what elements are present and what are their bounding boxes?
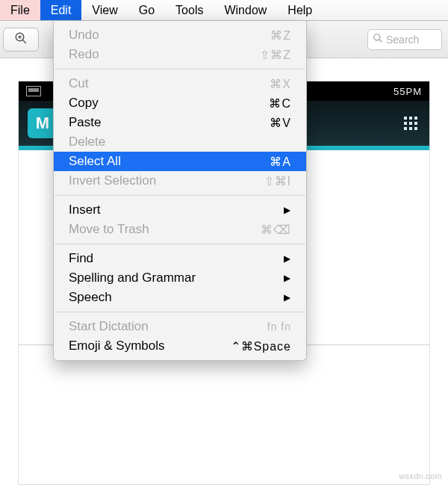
menu-item-label: Spelling and Grammar bbox=[69, 271, 196, 285]
menu-spelling-grammar[interactable]: Spelling and Grammar ▶ bbox=[54, 268, 306, 288]
menu-item-label: Move to Trash bbox=[69, 222, 149, 237]
menu-item-label: Find bbox=[69, 251, 93, 266]
menu-item-shortcut: ⌘Z bbox=[270, 28, 291, 43]
menu-item-shortcut: ⌘X bbox=[270, 77, 291, 91]
submenu-arrow-icon: ▶ bbox=[284, 253, 291, 264]
menu-item-label: Cut bbox=[69, 76, 88, 91]
menu-item-label: Copy bbox=[69, 96, 99, 111]
menu-copy[interactable]: Copy ⌘C bbox=[54, 93, 306, 113]
menu-go[interactable]: Go bbox=[128, 0, 165, 20]
watermark: wsxdn.com bbox=[399, 472, 442, 481]
statusbar-time: 55PM bbox=[393, 86, 422, 97]
menu-item-label: Invert Selection bbox=[69, 173, 156, 188]
svg-line-5 bbox=[379, 39, 382, 42]
menu-item-shortcut: fn fn bbox=[267, 321, 291, 333]
menu-delete[interactable]: Delete bbox=[54, 132, 306, 152]
zoom-in-button[interactable] bbox=[3, 28, 39, 52]
menu-item-shortcut: ⇧⌘I bbox=[264, 174, 291, 188]
menu-item-label: Emoji & Symbols bbox=[69, 339, 164, 353]
menu-invert-selection[interactable]: Invert Selection ⇧⌘I bbox=[54, 171, 306, 191]
submenu-arrow-icon: ▶ bbox=[284, 273, 291, 283]
menu-item-label: Undo bbox=[69, 28, 99, 43]
menu-tools[interactable]: Tools bbox=[165, 0, 214, 20]
menu-item-shortcut: ⇧⌘Z bbox=[260, 48, 291, 62]
menu-edit[interactable]: Edit bbox=[40, 0, 82, 20]
menu-emoji-symbols[interactable]: Emoji & Symbols ⌃⌘Space bbox=[54, 336, 306, 356]
menu-item-label: Redo bbox=[69, 47, 99, 62]
menu-file[interactable]: File bbox=[0, 0, 40, 20]
menu-view[interactable]: View bbox=[81, 0, 128, 20]
menu-item-label: Speech bbox=[69, 290, 112, 305]
menu-item-shortcut: ⌘C bbox=[269, 96, 291, 111]
menu-paste[interactable]: Paste ⌘V bbox=[54, 113, 306, 132]
menu-window[interactable]: Window bbox=[214, 0, 277, 20]
phone-body: M bbox=[19, 345, 429, 485]
menu-separator bbox=[55, 312, 305, 312]
menu-item-shortcut: ⌘A bbox=[270, 155, 291, 169]
svg-line-1 bbox=[22, 40, 26, 43]
grid-menu-icon[interactable] bbox=[404, 117, 420, 130]
menu-undo[interactable]: Undo ⌘Z bbox=[54, 25, 306, 45]
zoom-in-icon bbox=[14, 31, 28, 48]
menu-separator bbox=[55, 69, 305, 69]
submenu-arrow-icon: ▶ bbox=[284, 205, 291, 215]
menu-item-label: Paste bbox=[69, 115, 101, 130]
menu-move-to-trash[interactable]: Move to Trash ⌘⌫ bbox=[54, 220, 306, 239]
menu-help[interactable]: Help bbox=[277, 0, 323, 20]
menu-item-label: Insert bbox=[69, 203, 101, 217]
menu-separator bbox=[55, 195, 305, 196]
menubar: File Edit View Go Tools Window Help bbox=[0, 0, 448, 21]
menu-item-shortcut: ⌘V bbox=[270, 116, 291, 130]
menu-start-dictation[interactable]: Start Dictation fn fn bbox=[54, 317, 306, 336]
menu-cut[interactable]: Cut ⌘X bbox=[54, 74, 306, 93]
submenu-arrow-icon: ▶ bbox=[284, 292, 291, 303]
menu-item-shortcut: ⌃⌘Space bbox=[231, 339, 291, 353]
menu-separator bbox=[55, 244, 305, 244]
search-box[interactable] bbox=[367, 29, 442, 50]
menu-redo[interactable]: Redo ⇧⌘Z bbox=[54, 45, 306, 64]
menu-speech[interactable]: Speech ▶ bbox=[54, 288, 306, 307]
menu-item-label: Delete bbox=[69, 135, 105, 149]
menu-insert[interactable]: Insert ▶ bbox=[54, 200, 306, 220]
search-icon bbox=[373, 33, 386, 46]
menu-item-shortcut: ⌘⌫ bbox=[261, 223, 291, 237]
menu-select-all[interactable]: Select All ⌘A bbox=[54, 152, 306, 171]
svg-point-4 bbox=[374, 34, 380, 40]
menu-item-label: Select All bbox=[69, 154, 121, 169]
search-input[interactable] bbox=[386, 34, 431, 46]
menu-item-label: Start Dictation bbox=[69, 319, 149, 334]
image-icon bbox=[26, 86, 41, 96]
menu-find[interactable]: Find ▶ bbox=[54, 249, 306, 268]
edit-menu-dropdown: Undo ⌘Z Redo ⇧⌘Z Cut ⌘X Copy ⌘C Paste ⌘V… bbox=[53, 21, 307, 361]
